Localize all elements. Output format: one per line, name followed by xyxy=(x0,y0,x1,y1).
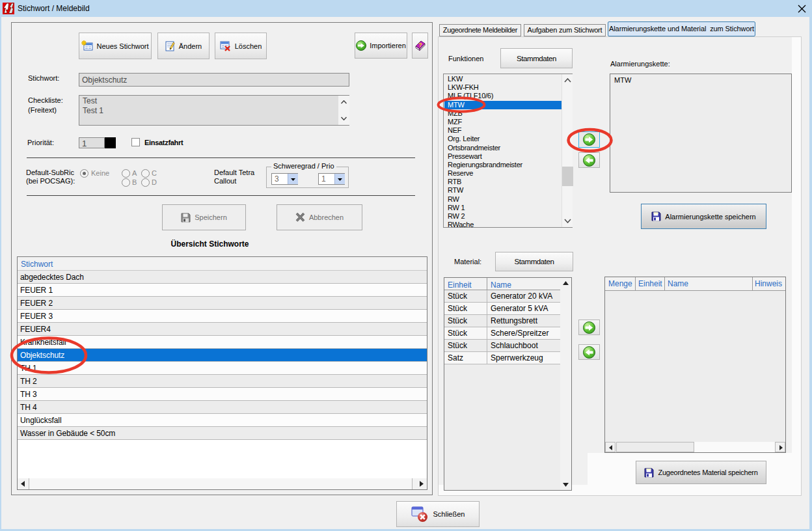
svg-text:?: ? xyxy=(418,42,422,48)
